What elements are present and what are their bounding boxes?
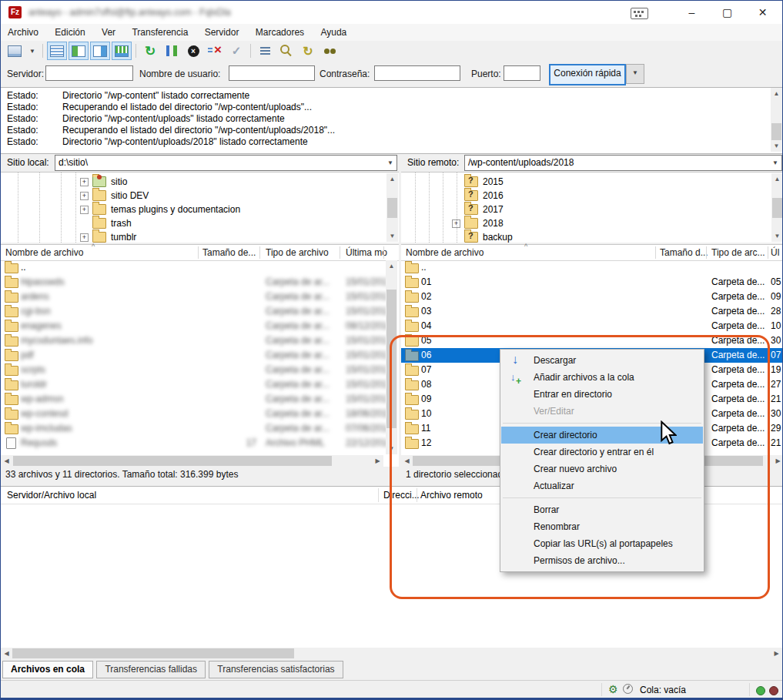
column-type[interactable]: Tipo de archivo	[266, 247, 329, 258]
local-file-row[interactable]: htpasswds Carpeta de ar... 15/01/2017	[1, 275, 383, 290]
chevron-down-icon[interactable]: ▼	[772, 156, 778, 170]
scroll-up-icon[interactable]: ▲	[386, 173, 398, 185]
menubar-item[interactable]: Servidor	[198, 24, 246, 38]
tree-item[interactable]: backup	[452, 230, 783, 243]
scroll-left-icon[interactable]: ◀	[401, 455, 413, 467]
tree-item[interactable]: + tumblr	[80, 230, 399, 243]
menubar-item[interactable]: Transferencia	[125, 24, 195, 38]
context-menu-item[interactable]: Ver/Editar	[501, 403, 703, 420]
toggle-message-log-button[interactable]	[47, 42, 67, 60]
context-menu-item[interactable]: Crear directorio y entrar en él	[501, 444, 703, 461]
gauge-icon[interactable]	[623, 684, 633, 694]
local-file-row[interactable]: mycsduntaes.info Carpeta de ar... 15/01/…	[1, 333, 383, 348]
server-input[interactable]	[45, 65, 133, 81]
toggle-remote-tree-button[interactable]	[90, 42, 110, 60]
scroll-down-icon[interactable]: ▼	[771, 230, 783, 242]
tree-item[interactable]: trash	[80, 216, 399, 230]
column-name[interactable]: Nombre de archivo	[5, 247, 83, 258]
remote-path-combobox[interactable]: /wp-content/uploads/2018 ▼	[464, 155, 782, 171]
context-menu-item[interactable]: Entrar en directorio	[501, 386, 703, 403]
synchronized-browsing-button[interactable]	[298, 42, 318, 60]
column-size[interactable]: Tamaño d...	[660, 247, 708, 258]
toggle-transfer-queue-button[interactable]	[112, 42, 132, 60]
minimize-button[interactable]: –	[674, 1, 709, 24]
scroll-up-icon[interactable]: ▲	[386, 260, 397, 272]
menubar-item[interactable]: Ver	[95, 24, 122, 38]
filter-button[interactable]	[255, 42, 275, 60]
queue-tab[interactable]: Transferencias fallidas	[96, 661, 206, 678]
menubar-item[interactable]: Ayuda	[313, 24, 353, 38]
port-input[interactable]	[504, 65, 540, 81]
menubar-item[interactable]: Marcadores	[249, 24, 311, 38]
local-path-combobox[interactable]: d:\sitio\ ▼	[55, 155, 397, 171]
log-scrollbar[interactable]: ▲ ▼	[771, 88, 782, 152]
scroll-left-icon[interactable]: ◀	[1, 455, 12, 467]
local-file-row[interactable]: wp-imcludas Carpeta de ar... 07/06/2014	[1, 421, 383, 436]
scroll-up-icon[interactable]: ▲	[771, 88, 782, 99]
chevron-down-icon[interactable]: ▼	[387, 156, 393, 170]
column-modified[interactable]: Última mo	[346, 247, 387, 258]
queue-column-local[interactable]: Servidor/Archivo local	[7, 490, 96, 501]
local-file-row[interactable]: wp-contesd Carpeta de ar... 18/06/2015	[1, 407, 383, 421]
remote-file-row[interactable]: 01 Carpeta de... 05	[401, 275, 783, 290]
quickconnect-button[interactable]: Conexión rápida	[549, 64, 626, 85]
remote-tree-scrollbar[interactable]: ▲ ▼	[771, 173, 783, 242]
tree-item[interactable]: + temas plugins y documentacion	[80, 203, 399, 216]
password-input[interactable]	[374, 65, 460, 81]
scroll-down-icon[interactable]: ▼	[386, 230, 398, 242]
column-modified[interactable]: Úl	[771, 247, 779, 258]
remote-file-row[interactable]: 03 Carpeta de... 28	[401, 304, 783, 319]
column-name[interactable]: Nombre de archivo	[406, 247, 484, 258]
scroll-down-icon[interactable]: ▼	[386, 443, 397, 454]
local-file-row[interactable]: cgi-bsn Carpeta de ar... 15/01/2017	[1, 304, 383, 319]
local-file-row[interactable]: pdf Carpeta de ar... 15/01/2017	[1, 348, 383, 363]
queue-hscrollbar[interactable]: ◀ ▶	[1, 648, 782, 659]
remote-file-row[interactable]: 05 Carpeta de... 30	[401, 333, 783, 348]
context-menu-item[interactable]	[503, 497, 701, 498]
quickconnect-dropdown[interactable]: ▼	[626, 64, 644, 84]
tree-item[interactable]: 2015	[452, 175, 783, 189]
process-queue-button[interactable]	[226, 42, 246, 60]
context-menu-item[interactable]: Actualizar	[501, 477, 703, 494]
scroll-left-icon[interactable]: ◀	[1, 648, 12, 659]
local-file-row[interactable]: scrpts Carpeta de ar... 15/01/2017	[1, 363, 383, 377]
scroll-up-icon[interactable]: ▲	[771, 173, 783, 185]
directory-comparison-button[interactable]	[162, 42, 182, 60]
toggle-local-tree-button[interactable]	[69, 42, 89, 60]
site-manager-dropdown[interactable]: ▼	[26, 42, 38, 60]
context-menu-item[interactable]: Borrar	[501, 501, 703, 518]
search-button[interactable]	[276, 42, 296, 60]
queue-column-remote[interactable]: Archivo remoto	[420, 490, 483, 501]
scroll-right-icon[interactable]: ▶	[772, 455, 783, 467]
tree-expander-icon[interactable]: +	[80, 233, 89, 242]
local-file-row[interactable]: ardens Carpeta de ar... 15/01/2017	[1, 290, 383, 304]
queue-tab[interactable]: Transferencias satisfactorias	[209, 661, 343, 678]
context-menu-item[interactable]: Crear nuevo archivo	[501, 461, 703, 477]
tree-expander-icon[interactable]: +	[80, 206, 89, 214]
local-list-vscrollbar[interactable]: ▲ ▼	[386, 260, 397, 454]
column-size[interactable]: Tamaño de...	[202, 247, 256, 258]
disconnect-button[interactable]	[205, 42, 225, 60]
local-file-row[interactable]: Requsds 17 Archivo PHML 22/12/2014	[1, 436, 383, 450]
tree-expander-icon[interactable]: +	[80, 178, 89, 186]
context-menu-item[interactable]: Descargar	[501, 352, 703, 369]
touch-keyboard-icon[interactable]	[631, 8, 648, 19]
context-menu-item[interactable]: Añadir archivos a la cola	[501, 369, 703, 386]
local-file-row[interactable]: wp-admsn Carpeta de ar... 15/01/2017	[1, 392, 383, 407]
queue-column-direction[interactable]: Direcci...	[383, 490, 420, 501]
scroll-down-icon[interactable]: ▼	[771, 140, 782, 152]
context-menu-item[interactable]: Renombrar	[501, 518, 703, 535]
context-menu-item[interactable]: Permisos de archivo...	[501, 552, 703, 569]
local-file-row[interactable]: ..	[1, 260, 383, 275]
find-files-button[interactable]	[320, 42, 340, 60]
remote-file-row[interactable]: ..	[401, 260, 783, 275]
menubar-item[interactable]: Archivo	[1, 24, 45, 38]
queue-tab[interactable]: Archivos en cola	[2, 661, 93, 678]
context-menu-item[interactable]: Copiar las URL(s) al portapapeles	[501, 535, 703, 552]
maximize-button[interactable]: ▢	[710, 1, 745, 24]
tree-expander-icon[interactable]: +	[80, 192, 89, 200]
tree-item[interactable]: 2017	[452, 203, 783, 216]
local-file-row[interactable]: enagenes Carpeta de ar... 08/12/2014	[1, 319, 383, 333]
local-tree-scrollbar[interactable]: ▲ ▼	[386, 173, 398, 242]
remote-file-row[interactable]: 02 Carpeta de... 09	[401, 290, 783, 304]
